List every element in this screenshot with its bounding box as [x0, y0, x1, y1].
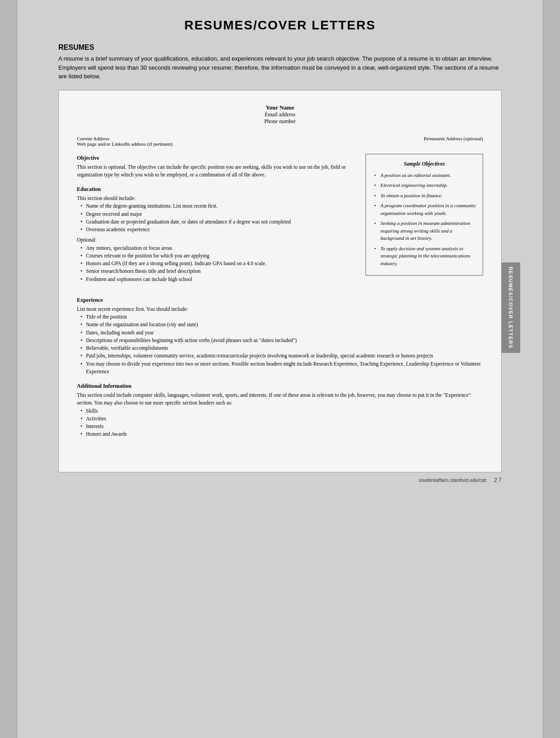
- objective-col: Objective This section is optional. The …: [77, 154, 356, 290]
- education-intro: This section should include:: [77, 195, 356, 202]
- resume-document-frame: RESUMES/COVER LETTERS Your Name Email ad…: [58, 90, 502, 472]
- optional-bullet-3: Honors and GPA (if they are a strong sel…: [82, 260, 356, 267]
- right-decorative-stripe: [543, 0, 560, 738]
- footer-row: studentaffairs.stanford.edu/cdc 2 7: [58, 472, 502, 483]
- optional-bullets-list: Any minors, specialization or focus area…: [77, 244, 356, 283]
- sample-objectives-col: Sample Objectives A position as an edito…: [365, 154, 483, 290]
- page-title: RESUMES/COVER LETTERS: [58, 18, 502, 33]
- exp-bullet-6: Paid jobs, internships, volunteer commun…: [82, 352, 483, 360]
- sample-obj-3: To obtain a position in finance.: [374, 192, 476, 200]
- optional-bullet-5: Freshmen and sophomores can include high…: [82, 276, 356, 283]
- resumes-section-header: RESUMES: [58, 43, 502, 52]
- exp-bullet-1: Title of the position: [82, 313, 483, 321]
- objective-section-row: Objective This section is optional. The …: [77, 154, 483, 290]
- sample-objectives-title: Sample Objectives: [372, 160, 476, 168]
- exp-bullet-5: Believable, verifiable accomplishments: [82, 344, 483, 352]
- footer-url: studentaffairs.stanford.edu/cdc: [419, 477, 487, 483]
- education-bullets-list: Name of the degree-granting institutions…: [77, 202, 356, 233]
- add-bullet-4: Honors and Awards: [82, 430, 483, 438]
- experience-title: Experience: [77, 296, 483, 304]
- intro-text: A resume is a brief summary of your qual…: [58, 54, 502, 81]
- sample-obj-4: A program coordinator position in a comm…: [374, 202, 476, 217]
- exp-bullet-7: You may choose to divide your experience…: [82, 360, 483, 376]
- objective-title: Objective: [77, 154, 356, 162]
- doc-header: Your Name Email address Phone number: [77, 104, 483, 125]
- sample-obj-1: A position as an editorial assistant.: [374, 171, 476, 179]
- address-row: Current Address Web page and/or LinkedIn…: [77, 136, 483, 147]
- education-title: Education: [77, 185, 356, 193]
- email-label: Email address: [77, 111, 483, 118]
- objective-text: This section is optional. The objective …: [77, 163, 356, 179]
- add-bullet-1: Skills: [82, 407, 483, 415]
- current-address-label: Current Address: [77, 136, 173, 141]
- education-section: Education This section should include: N…: [77, 185, 356, 283]
- sample-obj-5: Seeking a position in museum administrat…: [374, 219, 476, 242]
- add-bullet-2: Activities: [82, 415, 483, 423]
- education-bullet-2: Degree received and major: [82, 210, 356, 218]
- additional-title: Additional Information: [77, 382, 483, 390]
- education-bullet-4: Overseas academic experience: [82, 226, 356, 233]
- experience-bullets-list: Title of the position Name of the organi…: [77, 313, 483, 376]
- web-address-label: Web page and/or LinkedIn address (if per…: [77, 141, 173, 147]
- sample-objectives-box: Sample Objectives A position as an edito…: [365, 154, 483, 276]
- permanent-address-label: Permanent Address (optional): [424, 136, 483, 147]
- side-tab: RESUMES/COVER LETTERS: [501, 262, 520, 353]
- your-name-label: Your Name: [77, 104, 483, 111]
- optional-bullet-2: Courses relevant to the position for whi…: [82, 252, 356, 260]
- current-address-block: Current Address Web page and/or LinkedIn…: [77, 136, 173, 147]
- education-bullet-1: Name of the degree-granting institutions…: [82, 202, 356, 210]
- education-bullet-3: Graduation date or projected graduation …: [82, 218, 356, 226]
- sample-obj-2: Electrical engineering internship.: [374, 181, 476, 189]
- optional-label: Optional:: [77, 236, 356, 244]
- additional-bullets-list: Skills Activities Interests Honors and A…: [77, 407, 483, 438]
- left-decorative-stripe: [0, 0, 17, 738]
- objective-section: Objective This section is optional. The …: [77, 154, 356, 179]
- experience-intro: List most recent experience first. You s…: [77, 305, 483, 313]
- exp-bullet-2: Name of the organization and location (c…: [82, 321, 483, 329]
- side-tab-label: RESUMES/COVER LETTERS: [508, 267, 513, 348]
- add-bullet-3: Interests: [82, 423, 483, 430]
- additional-intro: This section could include computer skil…: [77, 391, 483, 407]
- footer-page: 2 7: [494, 477, 502, 483]
- sample-objectives-list: A position as an editorial assistant. El…: [372, 171, 476, 267]
- optional-bullet-4: Senior research/honors thesis title and …: [82, 267, 356, 275]
- sample-obj-6: To apply decision and systems analysis t…: [374, 245, 476, 267]
- additional-section: Additional Information This section coul…: [77, 382, 483, 438]
- exp-bullet-4: Descriptions of responsibilities beginni…: [82, 337, 483, 344]
- exp-bullet-3: Dates, including month and year: [82, 329, 483, 337]
- optional-bullet-1: Any minors, specialization or focus area…: [82, 244, 356, 252]
- phone-label: Phone number: [77, 118, 483, 125]
- experience-section: Experience List most recent experience f…: [77, 296, 483, 376]
